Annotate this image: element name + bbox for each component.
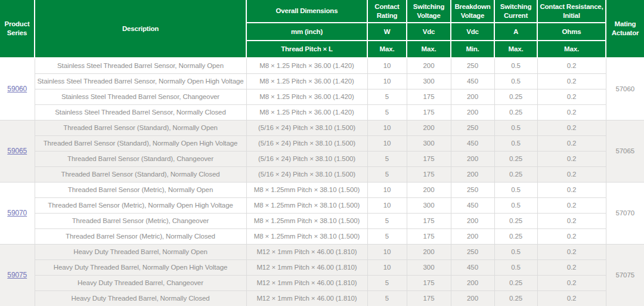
mating-actuator-cell: 57060 [606,58,644,120]
product-series-link[interactable]: 59065 [7,147,27,155]
dimensions-cell: (5/16 × 24) Pitch × 38.10 (1.500) [246,151,367,166]
unit-contact-resistance: Ohms [537,23,606,41]
breakdown-voltage-cell: 250 [451,244,494,259]
description-cell: Threaded Barrel Sensor (Standard), Norma… [35,135,246,151]
switching-current-cell: 0.25 [494,275,537,290]
sub-dimensions: Thread Pitch × L [246,41,367,58]
product-group-59070: 59070 Threaded Barrel Sensor (Metric), N… [0,182,644,244]
switching-current-cell: 0.5 [494,58,537,73]
switching-voltage-cell: 300 [407,73,451,89]
breakdown-voltage-cell: 200 [451,275,494,290]
table-row: Heavy Duty Threaded Barrel, Changeover M… [0,275,644,290]
table-row: Threaded Barrel Sensor (Metric), Changeo… [0,213,644,228]
contact-rating-cell: 10 [367,120,407,135]
contact-resistance-cell: 0.2 [537,290,606,306]
contact-resistance-cell: 0.2 [537,104,606,120]
limit-contact-resistance: Max. [537,41,606,58]
col-header-breakdown-voltage: Breakdown Voltage [451,0,494,23]
contact-resistance-cell: 0.2 [537,182,606,197]
switching-voltage-cell: 175 [407,228,451,244]
mating-actuator-cell: 57065 [606,120,644,182]
breakdown-voltage-cell: 200 [451,151,494,166]
product-spec-table: Product Series Description Overall Dimen… [0,0,644,306]
table-row: Threaded Barrel Sensor (Standard), Norma… [0,166,644,182]
switching-current-cell: 0.25 [494,151,537,166]
switching-voltage-cell: 200 [407,182,451,197]
product-series-cell: 59060 [0,58,35,120]
col-header-overall-dimensions: Overall Dimensions [246,0,367,23]
unit-breakdown-voltage: Vdc [451,23,494,41]
limit-switching-voltage: Max. [407,41,451,58]
switching-current-cell: 0.25 [494,228,537,244]
contact-resistance-cell: 0.2 [537,89,606,104]
mating-actuator-cell: 57075 [606,244,644,306]
description-cell: Stainless Steel Threaded Barrel Sensor, … [35,73,246,89]
col-header-description: Description [35,0,246,58]
col-header-product-series: Product Series [0,0,35,58]
switching-voltage-cell: 175 [407,166,451,182]
unit-contact-rating: W [367,23,407,41]
contact-resistance-cell: 0.2 [537,166,606,182]
product-series-link[interactable]: 59060 [7,85,27,93]
switching-current-cell: 0.5 [494,197,537,213]
switching-voltage-cell: 175 [407,290,451,306]
contact-rating-cell: 10 [367,197,407,213]
product-series-link[interactable]: 59070 [7,209,27,217]
switching-voltage-cell: 175 [407,151,451,166]
dimensions-cell: (5/16 × 24) Pitch × 38.10 (1.500) [246,120,367,135]
description-cell: Threaded Barrel Sensor (Metric), Normall… [35,228,246,244]
contact-rating-cell: 5 [367,228,407,244]
breakdown-voltage-cell: 250 [451,182,494,197]
description-cell: Threaded Barrel Sensor (Standard), Chang… [35,151,246,166]
breakdown-voltage-cell: 250 [451,120,494,135]
contact-rating-cell: 10 [367,135,407,151]
contact-resistance-cell: 0.2 [537,213,606,228]
description-cell: Stainless Steel Threaded Barrel Sensor, … [35,104,246,120]
dimensions-cell: M8 × 1.25 Pitch × 36.00 (1.420) [246,58,367,73]
contact-resistance-cell: 0.2 [537,73,606,89]
description-cell: Threaded Barrel Sensor (Metric), Changeo… [35,213,246,228]
switching-current-cell: 0.5 [494,73,537,89]
mating-actuator-cell: 57070 [606,182,644,244]
contact-resistance-cell: 0.2 [537,120,606,135]
product-group-59075: 59075 Heavy Duty Threaded Barrel, Normal… [0,244,644,306]
product-group-59060: 59060 Stainless Steel Threaded Barrel Se… [0,58,644,120]
breakdown-voltage-cell: 200 [451,104,494,120]
dimensions-cell: M8 × 1.25 Pitch × 36.00 (1.420) [246,104,367,120]
limit-breakdown-voltage: Min. [451,41,494,58]
product-group-59065: 59065 Threaded Barrel Sensor (Standard),… [0,120,644,182]
contact-rating-cell: 5 [367,89,407,104]
switching-current-cell: 0.5 [494,120,537,135]
description-cell: Heavy Duty Threaded Barrel, Changeover [35,275,246,290]
contact-rating-cell: 10 [367,182,407,197]
description-cell: Threaded Barrel Sensor (Metric), Normall… [35,182,246,197]
unit-switching-current: A [494,23,537,41]
description-cell: Heavy Duty Threaded Barrel, Normally Clo… [35,290,246,306]
datasheet-page: Product Series Description Overall Dimen… [0,0,644,306]
breakdown-voltage-cell: 450 [451,73,494,89]
breakdown-voltage-cell: 250 [451,58,494,73]
switching-current-cell: 0.25 [494,104,537,120]
description-cell: Stainless Steel Threaded Barrel Sensor, … [35,58,246,73]
dimensions-cell: M8 × 1.25mm Pitch × 38.10 (1.500) [246,213,367,228]
switching-current-cell: 0.25 [494,166,537,182]
table-row: Stainless Steel Threaded Barrel Sensor, … [0,104,644,120]
contact-resistance-cell: 0.2 [537,228,606,244]
dimensions-cell: M12 × 1mm Pitch × 46.00 (1.810) [246,275,367,290]
col-header-switching-current: Switching Current [494,0,537,23]
dimensions-cell: M8 × 1.25mm Pitch × 38.10 (1.500) [246,228,367,244]
col-header-switching-voltage: Switching Voltage [407,0,451,23]
switching-voltage-cell: 300 [407,197,451,213]
description-cell: Threaded Barrel Sensor (Metric), Normall… [35,197,246,213]
switching-current-cell: 0.25 [494,213,537,228]
col-header-contact-rating: Contact Rating [367,0,407,23]
product-series-link[interactable]: 59075 [7,271,27,279]
switching-voltage-cell: 175 [407,104,451,120]
product-series-cell: 59070 [0,182,35,244]
contact-rating-cell: 5 [367,151,407,166]
table-row: Stainless Steel Threaded Barrel Sensor, … [0,89,644,104]
switching-voltage-cell: 200 [407,244,451,259]
table-row: Threaded Barrel Sensor (Standard), Chang… [0,151,644,166]
table-row: Threaded Barrel Sensor (Metric), Normall… [0,197,644,213]
limit-contact-rating: Max. [367,41,407,58]
